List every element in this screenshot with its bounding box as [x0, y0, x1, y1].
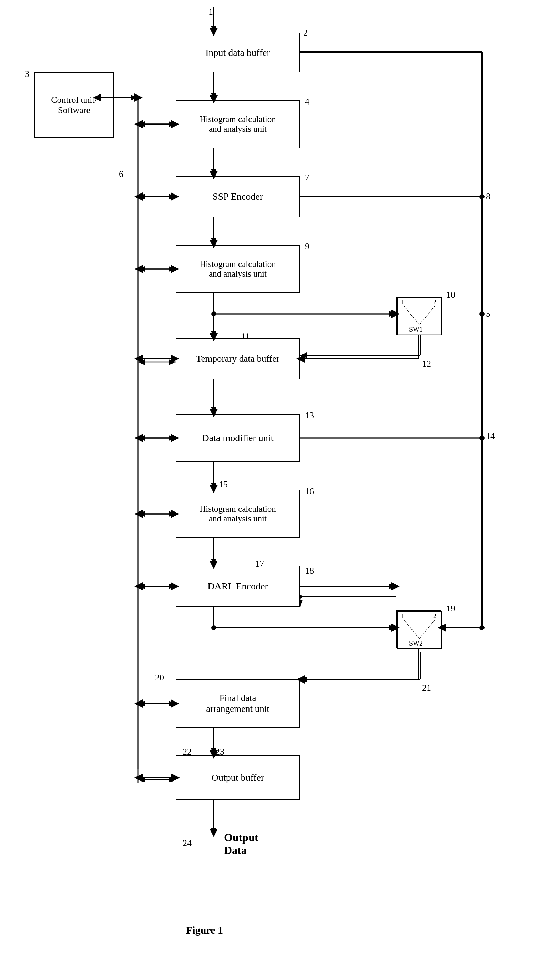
svg-marker-16 — [300, 352, 307, 358]
svg-marker-13 — [211, 331, 217, 338]
final-data-block: Final dataarrangement unit — [176, 679, 300, 728]
svg-marker-59 — [138, 435, 145, 441]
darl-encoder-block: DARL Encoder — [176, 566, 300, 607]
svg-point-97 — [479, 194, 484, 199]
label-7: 7 — [305, 172, 309, 183]
darl-encoder-label: DARL Encoder — [207, 581, 268, 592]
control-unit-label: Control unit/Software — [51, 95, 97, 116]
histogram3-label: Histogram calculationand analysis unit — [200, 504, 276, 523]
data-modifier-block: Data modifier unit — [176, 414, 300, 462]
ssp-encoder-block: SSP Encoder — [176, 176, 300, 217]
svg-marker-18 — [211, 407, 217, 414]
ssp-encoder-label: SSP Encoder — [213, 191, 263, 202]
label-5: 5 — [486, 309, 490, 319]
control-unit-block: Control unit/Software — [34, 72, 114, 138]
svg-marker-7 — [211, 238, 217, 245]
svg-marker-56 — [138, 359, 145, 365]
svg-point-105 — [211, 312, 216, 316]
svg-marker-3 — [211, 93, 217, 100]
label-9: 9 — [305, 241, 309, 252]
label-11: 11 — [241, 331, 250, 341]
svg-marker-64 — [169, 584, 176, 589]
label-2: 2 — [303, 28, 308, 38]
label-6: 6 — [119, 169, 123, 179]
svg-point-115 — [211, 625, 216, 630]
histogram2-block: Histogram calculationand analysis unit — [176, 245, 300, 293]
svg-marker-42 — [131, 95, 138, 100]
label-3: 3 — [25, 69, 29, 79]
histogram1-label: Histogram calculationand analysis unit — [200, 114, 276, 134]
svg-marker-71 — [138, 777, 145, 782]
label-16: 16 — [305, 486, 314, 497]
svg-point-98 — [479, 312, 484, 316]
svg-marker-61 — [169, 511, 176, 517]
label-1: 1 — [209, 7, 213, 17]
svg-point-75 — [480, 436, 485, 440]
input-buffer-block: Input data buffer — [176, 33, 300, 72]
data-modifier-label: Data modifier unit — [202, 432, 274, 443]
input-buffer-label: Input data buffer — [205, 47, 270, 58]
svg-point-100 — [479, 625, 484, 630]
svg-marker-67 — [169, 701, 176, 706]
svg-marker-50 — [138, 194, 145, 199]
svg-point-73 — [480, 194, 485, 199]
label-12: 12 — [422, 359, 431, 369]
label-20: 20 — [155, 673, 164, 683]
svg-marker-58 — [169, 435, 176, 441]
svg-marker-1 — [211, 26, 217, 33]
temp-buffer-label: Temporary data buffer — [196, 354, 279, 364]
svg-marker-49 — [169, 194, 176, 199]
svg-point-77 — [480, 626, 485, 630]
svg-marker-53 — [138, 266, 145, 272]
svg-marker-62 — [138, 511, 145, 517]
svg-point-28 — [212, 626, 216, 630]
label-21: 21 — [422, 683, 431, 693]
output-data-label: OutputData — [224, 831, 259, 857]
svg-marker-55 — [169, 359, 176, 365]
svg-point-9 — [212, 312, 216, 316]
svg-marker-11 — [389, 311, 396, 316]
svg-text:2: 2 — [433, 299, 436, 305]
svg-marker-30 — [389, 625, 396, 631]
svg-marker-46 — [169, 121, 176, 127]
label-18: 18 — [305, 566, 314, 576]
temp-buffer-block: Temporary data buffer — [176, 338, 300, 379]
svg-marker-20 — [211, 483, 217, 490]
svg-text:SW2: SW2 — [409, 639, 423, 647]
svg-text:1: 1 — [401, 299, 404, 305]
histogram2-label: Histogram calculationand analysis unit — [200, 259, 276, 279]
output-buffer-block: Output buffer — [176, 755, 300, 800]
histogram3-block: Histogram calculationand analysis unit — [176, 490, 300, 538]
svg-marker-22 — [211, 559, 217, 566]
svg-text:SW1: SW1 — [409, 326, 423, 333]
svg-point-40 — [480, 312, 485, 316]
svg-text:1: 1 — [401, 612, 404, 619]
svg-marker-70 — [169, 777, 176, 782]
label-4: 4 — [305, 97, 309, 107]
svg-marker-80 — [389, 584, 396, 589]
label-15: 15 — [219, 479, 228, 490]
label-8: 8 — [486, 191, 490, 202]
svg-marker-5 — [211, 169, 217, 176]
sw1-box: 1 2 SW1 — [396, 297, 441, 335]
svg-marker-52 — [169, 266, 176, 272]
figure-label: Figure 1 — [186, 924, 223, 936]
label-19: 19 — [446, 604, 455, 614]
label-23: 23 — [215, 747, 225, 757]
svg-point-99 — [479, 435, 484, 440]
final-data-label: Final dataarrangement unit — [206, 693, 270, 714]
label-17: 17 — [255, 559, 264, 569]
svg-marker-33 — [300, 677, 307, 682]
label-13: 13 — [305, 410, 314, 421]
svg-marker-65 — [138, 584, 145, 589]
label-10: 10 — [446, 290, 455, 300]
diagram: Control unit/Software Input data buffer … — [0, 0, 560, 955]
svg-marker-47 — [138, 121, 145, 127]
sw2-box: 1 2 SW2 — [396, 611, 441, 648]
histogram1-block: Histogram calculationand analysis unit — [176, 100, 300, 148]
svg-text:2: 2 — [433, 612, 436, 619]
svg-marker-68 — [138, 701, 145, 706]
label-22: 22 — [183, 747, 192, 757]
svg-marker-37 — [211, 828, 217, 834]
label-24: 24 — [183, 838, 192, 849]
